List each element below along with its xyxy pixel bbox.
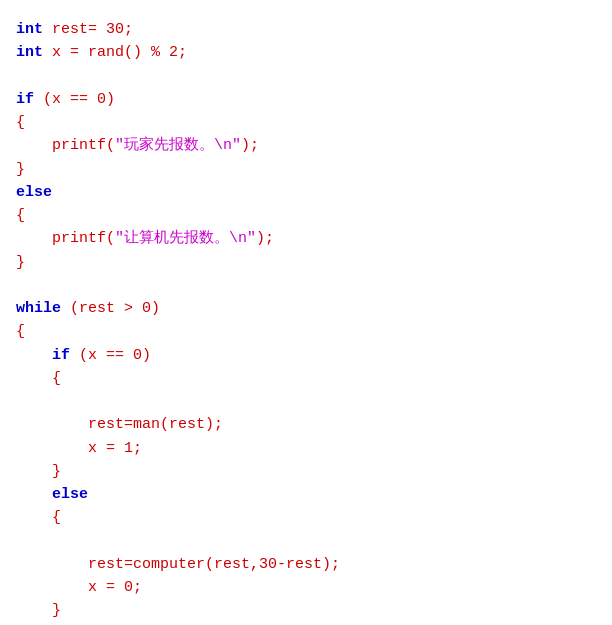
- plain-token: );: [256, 230, 274, 247]
- plain-token: rest=computer(rest,30-rest);: [16, 556, 340, 573]
- code-line: x = 1;: [16, 437, 596, 460]
- plain-token: x = rand() % 2;: [43, 44, 187, 61]
- plain-token: [16, 347, 52, 364]
- keyword-token: int: [16, 44, 43, 61]
- plain-token: (rest > 0): [61, 300, 160, 317]
- code-line: else: [16, 483, 596, 506]
- keyword-token: else: [52, 486, 88, 503]
- keyword-token: while: [16, 300, 61, 317]
- code-line: rest=computer(rest,30-rest);: [16, 553, 596, 576]
- code-line: int rest= 30;: [16, 18, 596, 41]
- code-line: if (x == 0): [16, 88, 596, 111]
- code-line: {: [16, 204, 596, 227]
- code-line: printf("玩家先报数。\n");: [16, 134, 596, 157]
- keyword-token: int: [16, 21, 43, 38]
- code-editor: int rest= 30;int x = rand() % 2; if (x =…: [0, 10, 612, 625]
- code-line: }: [16, 599, 596, 622]
- plain-token: }: [16, 463, 61, 480]
- string-token: "玩家先报数。\n": [115, 137, 241, 154]
- plain-token: rest= 30;: [43, 21, 133, 38]
- code-line: rest=man(rest);: [16, 413, 596, 436]
- code-line: {: [16, 506, 596, 529]
- code-line: while (rest > 0): [16, 297, 596, 320]
- code-line: }: [16, 460, 596, 483]
- code-line: [16, 274, 596, 297]
- plain-token: {: [16, 509, 61, 526]
- string-token: "让算机先报数。\n": [115, 230, 256, 247]
- keyword-token: if: [52, 347, 70, 364]
- code-line: [16, 390, 596, 413]
- keyword-token: else: [16, 184, 52, 201]
- plain-token: {: [16, 207, 25, 224]
- code-line: {: [16, 111, 596, 134]
- code-line: }: [16, 158, 596, 181]
- plain-token: }: [16, 161, 25, 178]
- code-line: [16, 530, 596, 553]
- plain-token: rest=man(rest);: [16, 416, 223, 433]
- plain-token: x = 0;: [16, 579, 142, 596]
- plain-token: }: [16, 602, 61, 619]
- code-line: int x = rand() % 2;: [16, 41, 596, 64]
- plain-token: {: [16, 323, 25, 340]
- plain-token: x = 1;: [16, 440, 142, 457]
- plain-token: {: [16, 370, 61, 387]
- plain-token: {: [16, 114, 25, 131]
- plain-token: (x == 0): [34, 91, 115, 108]
- code-line: else: [16, 181, 596, 204]
- code-line: {: [16, 320, 596, 343]
- code-line: x = 0;: [16, 576, 596, 599]
- plain-token: printf(: [16, 230, 115, 247]
- plain-token: }: [16, 254, 25, 271]
- code-line: if (x == 0): [16, 344, 596, 367]
- plain-token: );: [241, 137, 259, 154]
- code-line: printf("让算机先报数。\n");: [16, 227, 596, 250]
- code-line: [16, 65, 596, 88]
- plain-token: (x == 0): [70, 347, 151, 364]
- plain-token: [16, 486, 52, 503]
- keyword-token: if: [16, 91, 34, 108]
- plain-token: printf(: [16, 137, 115, 154]
- code-line: }: [16, 251, 596, 274]
- code-line: {: [16, 367, 596, 390]
